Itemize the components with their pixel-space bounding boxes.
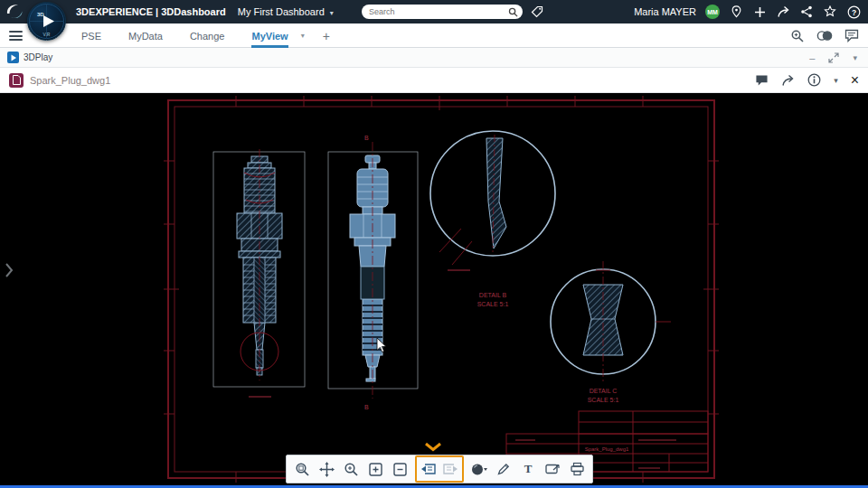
profile-toggle-icon[interactable] (816, 29, 833, 42)
user-avatar[interactable]: MM (705, 5, 720, 19)
print-button[interactable] (566, 457, 588, 481)
title-block-name: Spark_Plug_dwg1 (585, 446, 629, 452)
view-side-middle: B B (328, 135, 418, 410)
3dexperience-compass[interactable]: 3D V.R (27, 2, 66, 41)
widget-title: 3DPlay (24, 52, 52, 62)
minimize-icon[interactable]: – (809, 52, 815, 63)
tab-options-chevron-icon[interactable]: ▾ (301, 32, 305, 40)
dashboard-name[interactable]: My First Dashboard (238, 6, 325, 17)
add-tab-button[interactable]: + (323, 29, 330, 43)
pan-button[interactable] (316, 457, 337, 481)
tab-bar-tools (790, 23, 859, 48)
discussions-icon[interactable] (844, 29, 859, 42)
document-actions: ▾ × (755, 73, 859, 88)
detail-view-c: DETAIL C SCALE 5:1 (551, 261, 671, 403)
3ds-logo-icon (5, 3, 26, 23)
cad-drawing[interactable]: B B DETAIL B SCALE 5:1 DETAIL C SCALE 5:… (0, 93, 868, 485)
svg-text:?: ? (851, 7, 855, 16)
viewer-toolbar: T (286, 455, 593, 483)
comment-icon[interactable] (755, 74, 769, 87)
markup-pencil-button[interactable] (493, 457, 514, 481)
dashboard-tab-bar: PSE MyData Change MyView ▾ + (0, 23, 868, 48)
sheet-navigation-highlight (415, 455, 464, 483)
global-search[interactable] (362, 5, 523, 19)
text-tool-button[interactable]: T (517, 457, 539, 481)
drawing-file-icon (9, 73, 24, 88)
user-name[interactable]: Maria MAYER (634, 6, 696, 17)
left-panel-chevron-icon[interactable] (4, 261, 14, 283)
close-icon[interactable]: × (851, 73, 859, 88)
document-menu-chevron-icon[interactable]: ▾ (834, 76, 838, 85)
tab-mydata[interactable]: MyData (128, 23, 163, 48)
share-arrow-icon[interactable] (776, 5, 790, 19)
info-icon[interactable] (807, 73, 821, 87)
view-section-left (213, 149, 305, 397)
zoom-out-button[interactable] (389, 457, 410, 481)
search-icon[interactable] (508, 7, 518, 17)
next-sheet-button[interactable] (439, 457, 461, 481)
dashboard-chevron-icon[interactable]: ▾ (330, 9, 334, 17)
search-tools-icon[interactable] (790, 29, 805, 43)
play-icon (43, 15, 54, 27)
detail-b-title: DETAIL B (479, 292, 507, 298)
widget-menu-chevron-icon[interactable]: ▾ (853, 53, 857, 62)
tab-pse[interactable]: PSE (81, 23, 101, 48)
brand-separator: | (156, 6, 158, 17)
search-input[interactable] (369, 7, 508, 16)
render-style-button[interactable] (468, 457, 490, 481)
help-icon[interactable]: ? (846, 5, 861, 19)
brand-name: 3DEXPERIENCE (76, 6, 153, 17)
app-name: 3DDashboard (161, 6, 226, 17)
zoom-window-button[interactable] (291, 457, 313, 481)
tab-change[interactable]: Change (190, 23, 225, 48)
document-header: Spark_Plug_dwg1 ▾ × (0, 68, 868, 93)
menu-icon[interactable] (9, 31, 23, 43)
dashboard-tabs: PSE MyData Change MyView ▾ + (81, 23, 330, 48)
document-title: Spark_Plug_dwg1 (30, 75, 110, 86)
expand-icon[interactable] (828, 52, 839, 63)
detail-b-scale: SCALE 5:1 (477, 301, 509, 307)
platform-title: 3DEXPERIENCE | 3DDashboard My First Dash… (76, 6, 334, 17)
zoom-button[interactable] (340, 457, 362, 481)
share-network-icon[interactable] (799, 5, 814, 19)
slide-button[interactable] (542, 457, 563, 481)
user-cluster: Maria MAYER MM (634, 0, 861, 23)
3dplay-viewport[interactable]: B B DETAIL B SCALE 5:1 DETAIL C SCALE 5:… (0, 93, 868, 485)
pin-icon[interactable] (729, 5, 743, 19)
tab-myview[interactable]: MyView (251, 23, 288, 48)
compass-bottom-label: V.R (43, 32, 51, 37)
community-icon[interactable] (823, 5, 837, 19)
widget-window-controls: – ▾ (809, 52, 857, 63)
section-marker-top: B (364, 135, 369, 141)
toolbar-collapse-caret-icon[interactable] (423, 439, 443, 455)
add-icon[interactable] (752, 5, 767, 19)
3dplay-app-icon (7, 52, 19, 63)
detail-c-title: DETAIL C (590, 388, 618, 394)
widget-title-bar: 3DPlay – ▾ (0, 48, 868, 68)
zoom-in-button[interactable] (364, 457, 386, 481)
detail-c-scale: SCALE 5:1 (588, 397, 619, 403)
previous-sheet-button[interactable] (418, 457, 439, 481)
detail-view-b: DETAIL B SCALE 5:1 (430, 131, 555, 307)
share-icon[interactable] (781, 74, 795, 87)
section-marker-bottom: B (364, 404, 369, 410)
platform-top-bar: 3D V.R 3DEXPERIENCE | 3DDashboard My Fir… (0, 0, 868, 23)
tag-icon[interactable] (531, 5, 543, 22)
